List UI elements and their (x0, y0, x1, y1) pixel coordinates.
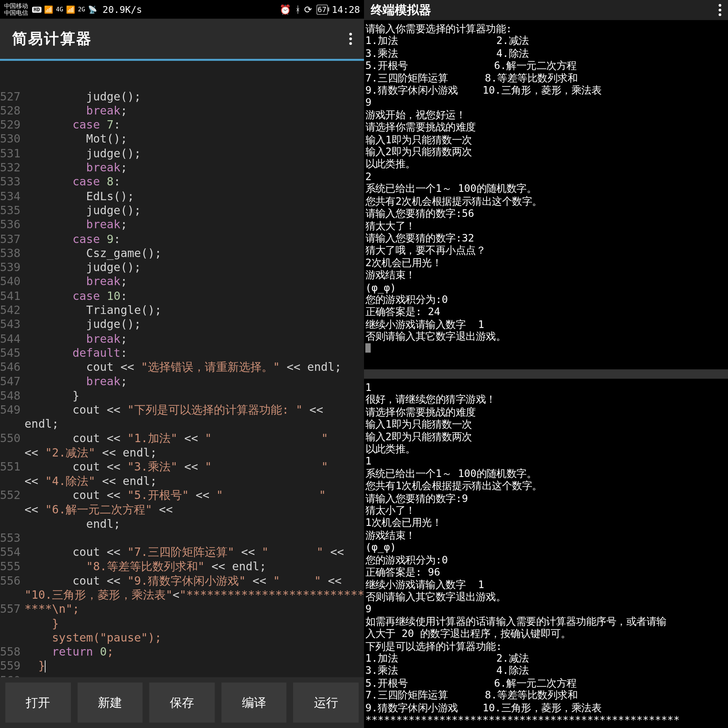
carriers: 中国移动 中国电信 (4, 3, 28, 16)
terminal-title-bar: 终端模拟器 (364, 0, 728, 20)
carrier-1: 中国移动 (4, 3, 28, 9)
code-editor[interactable]: 527 528 529 530 531 532 533 534 535 536 … (0, 61, 364, 677)
terminal-overflow-icon[interactable] (719, 4, 721, 16)
compile-button[interactable]: 编译 (221, 682, 287, 723)
overflow-menu-icon[interactable] (349, 33, 352, 45)
sync-icon: ⟳ (304, 4, 312, 15)
carrier-2: 中国电信 (4, 9, 28, 16)
terminal-app: 终端模拟器 请输入你需要选择的计算器功能: 1.加法 2.减法 3.乘法 4.除… (364, 0, 728, 728)
status-right: ⏰ ᚼ ⟳ 67 14:28 (279, 4, 360, 15)
save-button[interactable]: 保存 (149, 682, 215, 723)
run-button[interactable]: 运行 (293, 682, 359, 723)
status-bar: 中国移动 中国电信 HD 📶 4G 📶 2G 📡 20.9K/s ⏰ ᚼ ⟳ 6… (0, 0, 364, 19)
code-editor-app: 中国移动 中国电信 HD 📶 4G 📶 2G 📡 20.9K/s ⏰ ᚼ ⟳ 6… (0, 0, 364, 728)
clock-time: 14:28 (332, 4, 360, 15)
action-bar: 打开 新建 保存 编译 运行 (0, 677, 364, 728)
wifi-icon: 📡 (88, 5, 97, 14)
signal-2: 📶 (66, 5, 75, 14)
hd-badge: HD (32, 6, 41, 13)
scrollbar-track[interactable] (364, 369, 728, 379)
net-1: 4G (56, 6, 63, 13)
bluetooth-icon: ᚼ (295, 4, 300, 15)
code-area[interactable]: judge(); break; case 7: Mot(); judge(); … (25, 89, 364, 677)
signal-4g: 📶 (44, 5, 53, 14)
app-title: 简易计算器 (12, 29, 93, 49)
open-button[interactable]: 打开 (5, 682, 71, 723)
terminal-cursor (366, 343, 371, 353)
status-left: 中国移动 中国电信 HD 📶 4G 📶 2G 📡 20.9K/s (4, 3, 142, 16)
net-2: 2G (78, 6, 85, 13)
battery-icon: 67 (316, 4, 328, 14)
new-button[interactable]: 新建 (77, 682, 143, 723)
net-speed: 20.9K/s (103, 4, 142, 15)
terminal-output-1[interactable]: 请输入你需要选择的计算器功能: 1.加法 2.减法 3.乘法 4.除法 5.开根… (364, 20, 728, 369)
app-bar: 简易计算器 (0, 19, 364, 61)
terminal-title: 终端模拟器 (371, 2, 431, 18)
line-gutter: 527 528 529 530 531 532 533 534 535 536 … (0, 89, 25, 677)
alarm-icon: ⏰ (279, 4, 291, 15)
terminal-output-2[interactable]: 1 很好，请继续您的猜字游戏！ 请选择你需要挑战的难度 输入1即为只能猜数一次 … (364, 379, 728, 728)
